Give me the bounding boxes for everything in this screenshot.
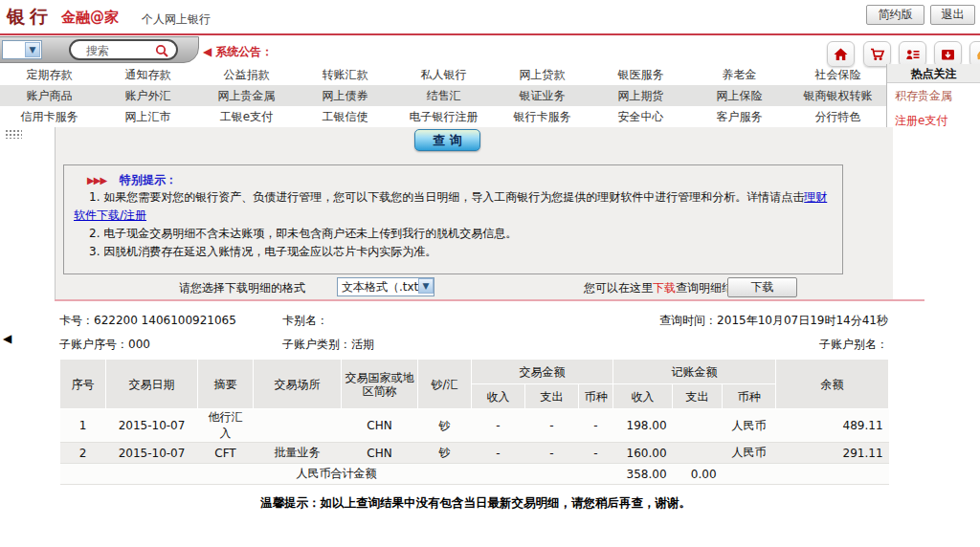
sub-account-type-label: 子账户类别： xyxy=(282,338,351,351)
download-hint: 您可以在这里下载查询明细结果 xyxy=(584,280,745,296)
cell-trade-expense: - xyxy=(525,409,579,443)
drag-handle-dots[interactable] xyxy=(5,129,22,139)
col-header-book-currency: 币种 xyxy=(723,384,776,409)
nav-item[interactable]: 分行特色 xyxy=(789,109,887,125)
search-input[interactable]: 搜索 xyxy=(69,39,178,60)
tips-title: 特别提示： xyxy=(120,173,177,186)
nav-item[interactable]: 网上债券 xyxy=(296,88,394,104)
card-alias-label: 卡别名： xyxy=(282,313,328,329)
nav-item[interactable]: 信用卡服务 xyxy=(0,109,99,125)
tip-item-2: 2. 电子现金交易明细不含未达账项，即未包含商户还未上传到我行的脱机交易信息。 xyxy=(74,225,833,243)
nav-item[interactable]: 私人银行 xyxy=(394,67,493,83)
nav-item[interactable]: 通知存款 xyxy=(99,67,197,83)
download-button[interactable]: 下载 xyxy=(727,277,797,297)
sub-account-alias-label: 子账户别名： xyxy=(819,337,888,353)
tip-item-3: 3. 因脱机消费存在延迟入账情况，电子现金应以芯片卡内实际为准。 xyxy=(74,243,833,261)
cell-summary: 他行汇入 xyxy=(198,409,254,443)
simple-version-button[interactable]: 简约版 xyxy=(866,5,924,25)
category-dropdown[interactable]: ▼ xyxy=(2,40,42,59)
sidebar-collapse-icon[interactable]: ◀ xyxy=(3,332,11,345)
nav-item[interactable]: 结售汇 xyxy=(394,88,493,104)
home-button[interactable] xyxy=(827,41,855,67)
sub-account-type-value: 活期 xyxy=(351,338,374,351)
download-format-label: 请您选择下载明细的格式 xyxy=(179,280,305,296)
transaction-row: 2 2015-10-07 CFT 批量业务 CHN 钞 - - - 160.00… xyxy=(60,443,889,464)
nav-row-3: 信用卡服务网上汇市工银e支付工银信使电子银行注册银行卡服务安全中心客户服务分行特… xyxy=(0,106,887,127)
cell-book-expense xyxy=(673,409,723,443)
nav-item[interactable]: 公益捐款 xyxy=(197,67,296,83)
nav-item[interactable]: 网上贷款 xyxy=(493,67,591,83)
nav-item[interactable]: 工银e支付 xyxy=(197,109,296,125)
col-header-seq: 序号 xyxy=(60,360,106,409)
nav-item[interactable]: 社会保险 xyxy=(789,67,887,83)
search-icon[interactable] xyxy=(154,43,169,61)
download-row: 请您选择下载明细的格式 文本格式（.txt） ▼ 您可以在这里下载查询明细结果 … xyxy=(55,277,897,298)
nav-item[interactable]: 网上贵金属 xyxy=(197,88,296,104)
nav-item[interactable]: 定期存款 xyxy=(0,67,99,83)
search-placeholder: 搜索 xyxy=(86,43,109,59)
account-info-row-1: 卡号：622200 1406100921065 卡别名： 查询时间：2015年1… xyxy=(59,313,888,328)
customer-service-button[interactable] xyxy=(969,41,980,67)
cell-cash: 钞 xyxy=(418,409,472,443)
nav-item[interactable]: 客户服务 xyxy=(690,109,789,125)
sub-account-seq-value: 000 xyxy=(128,338,150,351)
nav-item[interactable]: 账户外汇 xyxy=(99,88,197,104)
nav-item[interactable]: 工银信使 xyxy=(296,109,394,125)
nav-item[interactable]: 银证业务 xyxy=(493,88,591,104)
cell-seq: 2 xyxy=(60,443,106,464)
hot-topic-link[interactable]: 注册e支付 xyxy=(895,113,980,129)
nav-item[interactable]: 网上期货 xyxy=(591,88,690,104)
cell-trade-income: - xyxy=(472,443,525,464)
download-format-select[interactable]: 文本格式（.txt） ▼ xyxy=(337,277,434,296)
shopping-cart-button[interactable] xyxy=(863,41,891,67)
brand-finance-home: 金融@家 xyxy=(61,9,119,27)
cell-date: 2015-10-07 xyxy=(106,443,198,464)
hot-topic-link[interactable]: 积存贵金属 xyxy=(895,88,980,104)
tip-item-1: 1. 如果您需要对您的银行资产、负债进行管理，您可以下载您的当日明细，导入工商银… xyxy=(74,188,833,225)
chevron-down-icon[interactable]: ▼ xyxy=(25,42,40,57)
query-time: 查询时间：2015年10月07日19时14分41秒 xyxy=(659,313,888,329)
contacts-button[interactable] xyxy=(899,41,926,67)
nav-item[interactable]: 银医服务 xyxy=(591,67,690,83)
shopping-cart-icon xyxy=(869,47,885,62)
banking-page: 银行 金融@家 个人网上银行 简约版 退出 ▼ 搜索 ◀系统公告： 定期存款通知… xyxy=(0,0,980,547)
header-divider xyxy=(0,33,980,35)
announcement-speaker-icon: ◀ xyxy=(203,45,212,58)
cell-trade-expense: - xyxy=(525,443,579,464)
nav-item[interactable]: 网上保险 xyxy=(690,88,789,104)
logout-button[interactable]: 退出 xyxy=(930,5,975,25)
bank-logo-text: 银行 xyxy=(7,5,53,30)
transaction-row: 1 2015-10-07 他行汇入 CHN 钞 - - - 198.00 人民币… xyxy=(60,409,889,443)
personal-banking-label: 个人网上银行 xyxy=(142,11,211,28)
tips-header: ▶▶▶ 特别提示： xyxy=(87,172,833,188)
chevron-down-icon[interactable]: ▼ xyxy=(418,278,434,294)
query-time-value: 2015年10月07日19时14分41秒 xyxy=(717,314,888,327)
cell-balance: 291.11 xyxy=(776,443,889,464)
query-button[interactable]: 查 询 xyxy=(414,129,480,151)
nav-item[interactable]: 养老金 xyxy=(690,67,789,83)
total-currency-empty xyxy=(723,464,776,485)
cell-book-currency: 人民币 xyxy=(723,443,776,464)
col-header-country: 交易国家或地区简称 xyxy=(342,360,418,409)
card-number: 卡号：622200 1406100921065 xyxy=(59,313,236,329)
nav-item[interactable]: 银商银权转账 xyxy=(789,88,887,104)
total-income: 358.00 xyxy=(613,464,673,485)
sub-account-type: 子账户类别：活期 xyxy=(282,337,374,353)
col-header-cash: 钞/汇 xyxy=(418,360,472,409)
nav-item[interactable]: 网上汇市 xyxy=(99,109,197,125)
nav-item[interactable]: 安全中心 xyxy=(591,109,690,125)
home-icon xyxy=(833,47,849,62)
nav-item[interactable]: 银行卡服务 xyxy=(493,109,591,125)
cell-book-expense xyxy=(673,443,723,464)
col-header-book-amount: 记账金额 xyxy=(613,360,776,384)
nav-item[interactable]: 账户商品 xyxy=(0,88,99,104)
nav-item[interactable]: 转账汇款 xyxy=(296,67,394,83)
message-download-button[interactable] xyxy=(934,41,962,67)
section-divider xyxy=(55,299,924,301)
cell-cash: 钞 xyxy=(418,443,472,464)
footer-reminder: 温馨提示：如以上查询结果中没有包含当日最新交易明细，请您稍后再查，谢谢。 xyxy=(55,495,897,512)
contacts-icon xyxy=(904,47,921,62)
nav-item[interactable]: 电子银行注册 xyxy=(394,109,493,125)
download-hint-red: 下载 xyxy=(653,281,676,295)
col-header-balance: 余额 xyxy=(776,360,889,409)
